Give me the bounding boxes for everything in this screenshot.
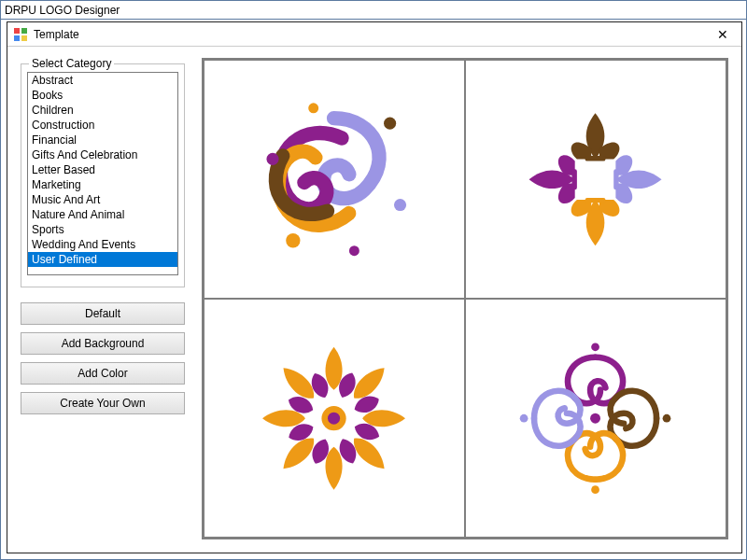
main-titlebar: DRPU LOGO Designer	[1, 1, 746, 20]
svg-point-7	[394, 199, 406, 211]
category-label: Select Category	[29, 57, 114, 70]
svg-point-12	[328, 412, 340, 424]
category-item[interactable]: Gifts And Celebration	[28, 147, 177, 162]
svg-point-17	[520, 414, 529, 423]
template-thumb-mandala[interactable]	[204, 300, 464, 537]
category-groupbox: Select Category AbstractBooksChildrenCon…	[21, 63, 185, 287]
left-panel: Select Category AbstractBooksChildrenCon…	[21, 58, 185, 539]
svg-point-14	[592, 343, 600, 351]
category-item[interactable]: Nature And Animal	[28, 207, 177, 222]
svg-rect-1	[21, 28, 27, 34]
main-window: DRPU LOGO Designer Template ✕ Select Cat…	[0, 0, 747, 560]
category-item[interactable]: Books	[28, 88, 177, 103]
category-item[interactable]: Music And Art	[28, 192, 177, 207]
category-item[interactable]: Marketing	[28, 177, 177, 192]
close-icon: ✕	[717, 27, 728, 42]
template-thumb-fleur[interactable]	[466, 61, 726, 298]
svg-rect-0	[14, 28, 20, 34]
dialog-body: Select Category AbstractBooksChildrenCon…	[7, 47, 741, 553]
category-item[interactable]: User Defined	[28, 252, 177, 267]
scroll-ornament-icon	[484, 316, 707, 520]
create-your-own-button[interactable]: Create Your Own	[21, 392, 185, 414]
default-button[interactable]: Default	[21, 302, 185, 325]
category-item[interactable]: Sports	[28, 222, 177, 237]
close-button[interactable]: ✕	[710, 25, 736, 44]
template-thumb-swirl[interactable]	[204, 61, 464, 298]
fleur-de-lis-ornament-icon	[484, 77, 707, 281]
svg-point-16	[592, 485, 600, 494]
svg-point-9	[309, 103, 319, 113]
svg-rect-2	[14, 35, 20, 41]
floral-mandala-icon	[222, 316, 445, 520]
add-background-button[interactable]: Add Background	[21, 332, 185, 355]
svg-rect-3	[21, 35, 27, 41]
category-listbox[interactable]: AbstractBooksChildrenConstructionFinanci…	[27, 72, 178, 275]
template-thumb-scroll[interactable]	[466, 300, 726, 537]
template-dialog: Template ✕ Select Category AbstractBooks…	[7, 21, 742, 553]
main-title: DRPU LOGO Designer	[5, 4, 120, 17]
svg-point-5	[267, 153, 279, 165]
svg-point-4	[385, 117, 397, 129]
button-stack: Default Add Background Add Color Create …	[21, 302, 185, 414]
swirl-ornament-icon	[222, 77, 445, 281]
category-item[interactable]: Wedding And Events	[28, 237, 177, 252]
category-item[interactable]: Children	[28, 103, 177, 118]
svg-point-13	[591, 413, 601, 424]
svg-point-8	[349, 245, 359, 256]
add-color-button[interactable]: Add Color	[21, 362, 185, 385]
category-item[interactable]: Abstract	[28, 73, 177, 88]
category-item[interactable]: Construction	[28, 118, 177, 133]
svg-point-15	[663, 414, 671, 423]
app-icon	[13, 27, 28, 42]
svg-point-6	[287, 233, 301, 247]
dialog-titlebar: Template ✕	[7, 22, 741, 47]
template-preview-grid	[202, 58, 728, 539]
category-item[interactable]: Financial	[28, 133, 177, 147]
dialog-title: Template	[34, 28, 710, 41]
category-item[interactable]: Letter Based	[28, 162, 177, 177]
